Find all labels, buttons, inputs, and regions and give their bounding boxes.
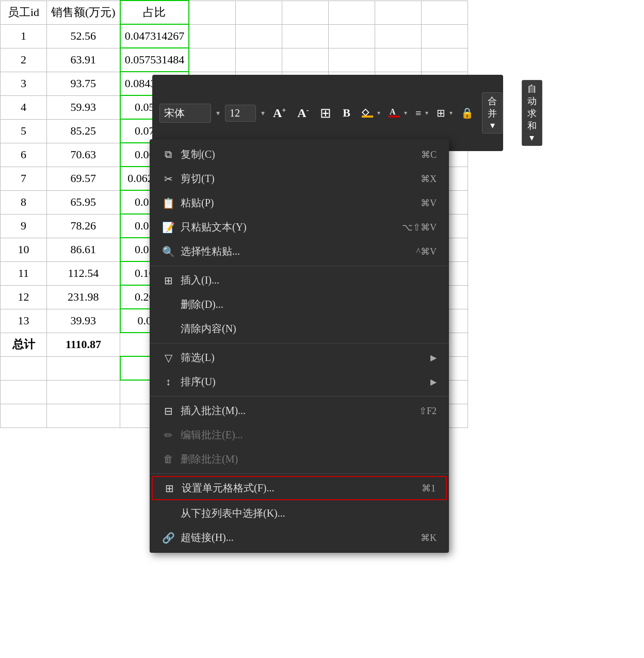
menu-item-format-cells[interactable]: ⊞ 设置单元格格式(F)... ⌘1 (152, 476, 447, 500)
sigma-icon: Σ (508, 105, 516, 121)
cell-id: 9 (1, 214, 47, 238)
cell-id: 4 (1, 95, 47, 119)
cell-sales: 231.98 (47, 285, 120, 309)
menu-separator-1 (150, 266, 449, 266)
copy-icon: ⧉ (162, 149, 174, 160)
menu-item-edit-comment[interactable]: ✏ 编辑批注(E)... (150, 423, 449, 447)
header-sales: 销售额(万元) (47, 1, 120, 24)
paste-special-icon: 🔍 (162, 245, 174, 258)
filter-arrow-icon: ▶ (430, 353, 437, 363)
menu-item-insert-comment[interactable]: ⊟ 插入批注(M)... ⇧F2 (150, 399, 449, 423)
cell-id: 3 (1, 72, 47, 95)
cell-sales: 85.25 (47, 119, 120, 143)
paste-text-icon: 📝 (162, 221, 174, 234)
menu-item-delete-comment[interactable]: 🗑 删除批注(M) (150, 447, 449, 471)
cell-ratio: 0.057531484 (120, 48, 189, 72)
cell-sales: 86.61 (47, 238, 120, 261)
align-dropdown-arrow[interactable]: ▾ (425, 109, 428, 117)
font-shrink-button[interactable]: A- (294, 105, 312, 121)
autosum-button[interactable]: 自动求和 ▾ (522, 80, 542, 146)
font-color-dropdown-arrow[interactable]: ▾ (404, 109, 407, 117)
insert-comment-icon: ⊟ (162, 405, 174, 417)
font-grow-button[interactable]: A+ (270, 105, 289, 121)
font-size-dropdown-arrow[interactable]: ▾ (261, 109, 265, 118)
table-row: 2 63.91 0.057531484 (1, 48, 468, 72)
menu-item-cut[interactable]: ✂ 剪切(T) ⌘X (150, 167, 449, 191)
font-name-dropdown-arrow[interactable]: ▾ (216, 109, 220, 118)
header-empty6 (421, 1, 468, 24)
align-icon[interactable]: ≡ (412, 106, 424, 120)
cell-sales: 63.91 (47, 48, 120, 72)
menu-item-pick-from-list[interactable]: 从下拉列表中选择(K)... (150, 501, 449, 525)
menu-item-insert[interactable]: ⊞ 插入(I)... (150, 268, 449, 292)
menu-item-clear[interactable]: 清除内容(N) (150, 317, 449, 341)
cell-id: 10 (1, 238, 47, 261)
menu-item-sort[interactable]: ↕ 排序(U) ▶ (150, 370, 449, 394)
svg-rect-3 (389, 116, 400, 118)
menu-item-paste-text[interactable]: 📝 只粘贴文本(Y) ⌥⇧⌘V (150, 215, 449, 239)
cell-sales: 69.57 (47, 167, 120, 190)
sort-icon: ↕ (162, 376, 174, 388)
cell-sales: 65.95 (47, 190, 120, 214)
cell-id: 2 (1, 48, 47, 72)
menu-item-insert-label: 插入(I)... (181, 273, 219, 287)
menu-item-copy-shortcut: ⌘C (421, 149, 437, 160)
menu-item-paste-special-shortcut: ^⌘V (416, 246, 437, 257)
lock-icon[interactable]: 🔒 (458, 106, 477, 120)
cell-id: 7 (1, 167, 47, 190)
menu-item-delete-label: 删除(D)... (181, 298, 223, 311)
fill-color-dropdown-arrow[interactable]: ▾ (377, 109, 380, 117)
cell-sales: 52.56 (47, 24, 120, 48)
menu-item-copy-label: 复制(C) (181, 147, 215, 161)
menu-item-format-cells-shortcut: ⌘1 (422, 483, 436, 494)
cell-sales: 93.75 (47, 72, 120, 95)
merge-button[interactable]: 合并 ▾ (482, 92, 503, 134)
menu-item-delete[interactable]: 删除(D)... (150, 292, 449, 317)
menu-item-clear-label: 清除内容(N) (181, 322, 236, 336)
hyperlink-icon: 🔗 (162, 532, 174, 544)
menu-item-hyperlink-label: 超链接(H)... (181, 531, 234, 545)
menu-item-filter[interactable]: ▽ 筛选(L) ▶ (150, 346, 449, 370)
border-icon[interactable]: ⊞ (433, 106, 448, 120)
cell-sales: 59.93 (47, 95, 120, 119)
header-empty2 (235, 1, 282, 24)
font-color-icon[interactable]: A (385, 105, 403, 121)
border-dropdown-arrow[interactable]: ▾ (449, 109, 453, 117)
table-row: 1 52.56 0.047314267 (1, 24, 468, 48)
sort-arrow-icon: ▶ (430, 377, 437, 387)
format-cells-icon: ⊞ (163, 482, 175, 495)
menu-separator-4 (150, 473, 449, 474)
header-ratio: 占比 (120, 1, 189, 24)
menu-item-delete-comment-label: 删除批注(M) (181, 452, 238, 466)
font-name-display[interactable]: 宋体 (159, 104, 211, 123)
fill-color-icon[interactable]: ◇ (359, 105, 376, 121)
header-empty5 (375, 1, 421, 24)
menu-item-paste-special-label: 选择性粘贴... (181, 244, 240, 258)
filter-icon: ▽ (162, 352, 174, 364)
cell-id: 11 (1, 261, 47, 285)
font-size-display[interactable]: 12 (225, 105, 256, 122)
menu-item-copy[interactable]: ⧉ 复制(C) ⌘C (150, 142, 449, 167)
cell-id: 8 (1, 190, 47, 214)
cell-id: 6 (1, 143, 47, 167)
header-empty1 (189, 1, 235, 24)
cell-ratio: 0.047314267 (120, 24, 189, 48)
table-icon[interactable]: ⊞ (317, 104, 334, 122)
scissors-icon: ✂ (162, 173, 174, 185)
menu-item-hyperlink-shortcut: ⌘K (421, 532, 437, 544)
menu-item-filter-label: 筛选(L) (181, 351, 215, 365)
menu-separator-2 (150, 343, 449, 343)
cell-sales: 39.93 (47, 309, 120, 333)
menu-item-cut-shortcut: ⌘X (421, 173, 437, 185)
cell-sales: 112.54 (47, 261, 120, 285)
menu-item-insert-comment-shortcut: ⇧F2 (419, 405, 437, 417)
bold-button[interactable]: B (340, 105, 353, 121)
svg-rect-1 (362, 116, 373, 118)
menu-item-paste-special[interactable]: 🔍 选择性粘贴... ^⌘V (150, 239, 449, 264)
menu-item-hyperlink[interactable]: 🔗 超链接(H)... ⌘K (150, 525, 449, 550)
menu-item-paste[interactable]: 📋 粘贴(P) ⌘V (150, 191, 449, 215)
menu-item-paste-shortcut: ⌘V (421, 198, 437, 209)
context-menu: ⧉ 复制(C) ⌘C ✂ 剪切(T) ⌘X 📋 粘贴(P) ⌘V 📝 只粘贴文本… (150, 139, 449, 553)
svg-text:A: A (390, 107, 396, 116)
cell-id: 12 (1, 285, 47, 309)
